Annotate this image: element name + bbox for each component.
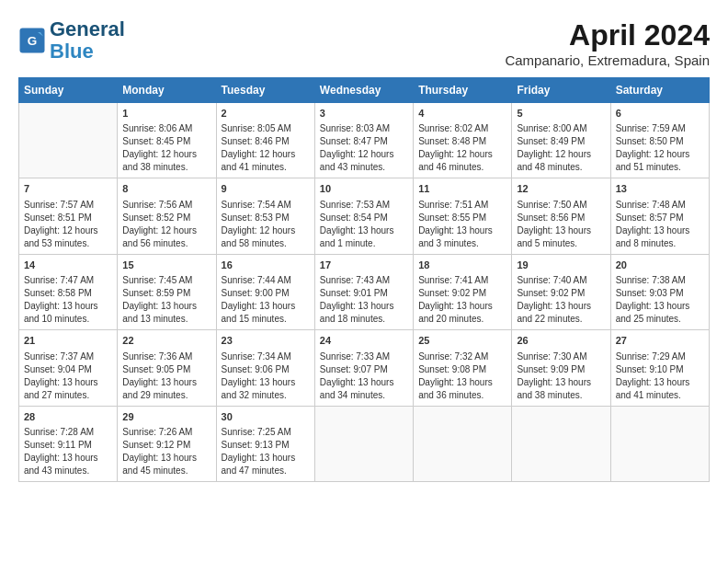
day-info: Sunset: 9:03 PM <box>616 287 704 300</box>
logo-icon: G <box>18 27 46 54</box>
day-info: Sunrise: 7:51 AM <box>418 199 506 212</box>
day-info: Sunrise: 8:00 AM <box>517 122 605 135</box>
calendar-header: SundayMondayTuesdayWednesdayThursdayFrid… <box>19 78 710 103</box>
day-info: Sunrise: 7:26 AM <box>122 426 210 439</box>
calendar-cell <box>414 406 512 481</box>
day-info: Sunrise: 7:33 AM <box>320 350 408 363</box>
day-number: 18 <box>418 259 506 272</box>
location-title: Campanario, Extremadura, Spain <box>505 52 710 68</box>
day-info: Daylight: 12 hours <box>222 224 310 237</box>
day-info: Daylight: 13 hours <box>222 300 310 313</box>
day-info: Daylight: 13 hours <box>418 224 506 237</box>
calendar-week-row: 14Sunrise: 7:47 AMSunset: 8:58 PMDayligh… <box>19 254 710 329</box>
day-info: and 22 minutes. <box>517 313 605 326</box>
month-title: April 2024 <box>505 18 710 52</box>
calendar-cell: 25Sunrise: 7:32 AMSunset: 9:08 PMDayligh… <box>414 330 512 406</box>
day-info: Sunset: 9:10 PM <box>616 363 704 376</box>
calendar-cell: 29Sunrise: 7:26 AMSunset: 9:12 PMDayligh… <box>118 406 216 481</box>
day-info: Daylight: 13 hours <box>616 224 704 237</box>
day-info: and 8 minutes. <box>616 237 704 250</box>
day-info: Sunset: 8:53 PM <box>222 212 310 224</box>
day-info: and 45 minutes. <box>122 465 210 477</box>
day-info: Sunset: 9:07 PM <box>320 363 408 376</box>
day-info: and 41 minutes. <box>222 161 310 174</box>
day-info: and 3 minutes. <box>418 237 506 250</box>
calendar-week-row: 7Sunrise: 7:57 AMSunset: 8:51 PMDaylight… <box>19 178 710 254</box>
calendar-cell: 21Sunrise: 7:37 AMSunset: 9:04 PMDayligh… <box>19 330 118 406</box>
day-number: 28 <box>24 410 112 424</box>
day-info: Daylight: 13 hours <box>517 376 605 389</box>
weekday-header: Tuesday <box>216 78 314 103</box>
day-info: Sunrise: 7:56 AM <box>122 199 210 212</box>
day-info: Daylight: 13 hours <box>616 300 704 313</box>
day-info: and 5 minutes. <box>517 237 605 250</box>
day-info: Sunrise: 8:03 AM <box>320 122 408 135</box>
day-info: Sunrise: 8:06 AM <box>122 122 210 135</box>
day-info: Daylight: 13 hours <box>616 376 704 389</box>
day-info: Sunset: 8:46 PM <box>222 135 310 148</box>
day-info: Sunrise: 7:34 AM <box>222 350 310 363</box>
day-number: 27 <box>616 334 704 348</box>
calendar-cell: 8Sunrise: 7:56 AMSunset: 8:52 PMDaylight… <box>118 178 216 254</box>
calendar-cell: 18Sunrise: 7:41 AMSunset: 9:02 PMDayligh… <box>414 254 512 329</box>
day-info: and 18 minutes. <box>320 313 408 326</box>
calendar-cell <box>610 406 709 481</box>
calendar-cell: 10Sunrise: 7:53 AMSunset: 8:54 PMDayligh… <box>314 178 413 254</box>
day-info: Sunset: 8:45 PM <box>122 135 210 148</box>
day-info: Sunset: 9:12 PM <box>122 439 210 452</box>
calendar-table: SundayMondayTuesdayWednesdayThursdayFrid… <box>18 77 710 482</box>
day-info: Daylight: 13 hours <box>24 376 112 389</box>
day-info: Daylight: 13 hours <box>222 376 310 389</box>
day-number: 9 <box>222 182 310 196</box>
day-info: Daylight: 12 hours <box>122 148 210 161</box>
calendar-week-row: 28Sunrise: 7:28 AMSunset: 9:11 PMDayligh… <box>19 406 710 481</box>
calendar-cell: 26Sunrise: 7:30 AMSunset: 9:09 PMDayligh… <box>512 330 610 406</box>
day-number: 20 <box>616 259 704 272</box>
day-info: Daylight: 12 hours <box>517 148 605 161</box>
day-info: Sunset: 8:47 PM <box>320 135 408 148</box>
weekday-header: Saturday <box>610 78 709 103</box>
day-number: 25 <box>418 334 506 348</box>
day-info: Daylight: 13 hours <box>418 376 506 389</box>
day-info: Daylight: 13 hours <box>418 300 506 313</box>
day-number: 6 <box>616 107 704 121</box>
calendar-cell <box>19 103 118 178</box>
calendar-cell: 28Sunrise: 7:28 AMSunset: 9:11 PMDayligh… <box>19 406 118 481</box>
calendar-cell: 30Sunrise: 7:25 AMSunset: 9:13 PMDayligh… <box>216 406 314 481</box>
day-info: and 56 minutes. <box>122 237 210 250</box>
calendar-cell: 6Sunrise: 7:59 AMSunset: 8:50 PMDaylight… <box>610 103 709 178</box>
calendar-cell: 3Sunrise: 8:03 AMSunset: 8:47 PMDaylight… <box>314 103 413 178</box>
weekday-header: Wednesday <box>314 78 413 103</box>
day-number: 11 <box>418 182 506 196</box>
day-info: and 27 minutes. <box>24 389 112 402</box>
day-info: Sunset: 9:11 PM <box>24 439 112 452</box>
day-info: Sunrise: 7:50 AM <box>517 199 605 212</box>
calendar-cell: 12Sunrise: 7:50 AMSunset: 8:56 PMDayligh… <box>512 178 610 254</box>
calendar-cell: 4Sunrise: 8:02 AMSunset: 8:48 PMDaylight… <box>414 103 512 178</box>
day-info: Sunset: 9:13 PM <box>222 439 310 452</box>
day-info: Sunset: 9:02 PM <box>418 287 506 300</box>
calendar-cell: 14Sunrise: 7:47 AMSunset: 8:58 PMDayligh… <box>19 254 118 329</box>
day-info: Daylight: 12 hours <box>320 148 408 161</box>
day-info: Sunrise: 7:57 AM <box>24 199 112 212</box>
day-info: Daylight: 13 hours <box>320 224 408 237</box>
calendar-cell: 7Sunrise: 7:57 AMSunset: 8:51 PMDaylight… <box>19 178 118 254</box>
calendar-cell <box>314 406 413 481</box>
day-info: and 25 minutes. <box>616 313 704 326</box>
day-info: Daylight: 13 hours <box>517 224 605 237</box>
day-info: and 38 minutes. <box>122 161 210 174</box>
day-info: Sunrise: 7:32 AM <box>418 350 506 363</box>
day-number: 12 <box>517 182 605 196</box>
day-info: and 36 minutes. <box>418 389 506 402</box>
day-info: Daylight: 13 hours <box>24 300 112 313</box>
day-number: 19 <box>517 259 605 272</box>
day-number: 29 <box>122 410 210 424</box>
day-info: Daylight: 12 hours <box>122 224 210 237</box>
calendar-cell: 27Sunrise: 7:29 AMSunset: 9:10 PMDayligh… <box>610 330 709 406</box>
day-info: Sunrise: 7:54 AM <box>222 199 310 212</box>
day-info: Sunset: 8:57 PM <box>616 212 704 224</box>
day-info: Daylight: 13 hours <box>122 376 210 389</box>
day-info: Daylight: 13 hours <box>320 300 408 313</box>
day-info: and 20 minutes. <box>418 313 506 326</box>
calendar-cell: 19Sunrise: 7:40 AMSunset: 9:02 PMDayligh… <box>512 254 610 329</box>
